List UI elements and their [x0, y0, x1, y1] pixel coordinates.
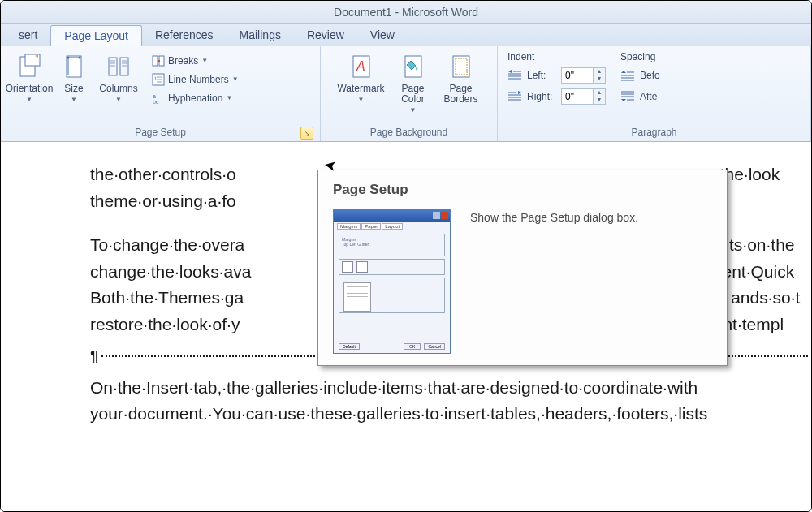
svg-text:A: A: [356, 59, 365, 73]
hyphenation-button[interactable]: a-bc Hyphenation ▼: [149, 88, 242, 107]
breaks-icon: [152, 54, 165, 67]
svg-rect-5: [109, 58, 117, 75]
svg-text:a-: a-: [153, 93, 158, 99]
svg-text:bc: bc: [153, 99, 159, 105]
page-color-button[interactable]: Page Color ▼: [391, 51, 435, 117]
spacing-before-icon: [620, 70, 635, 81]
group-paragraph: Indent Left: ▲▼ Right: ▲▼: [498, 46, 811, 141]
tab-mailings[interactable]: Mailings: [227, 25, 294, 48]
svg-point-4: [79, 57, 81, 59]
title-bar: Document1 - Microsoft Word: [1, 1, 811, 24]
spin-down[interactable]: ▼: [594, 75, 605, 83]
indent-right-icon: [508, 91, 522, 102]
ribbon: Orientation▼ Size▼ Columns▼ Breaks ▼ 1 L…: [1, 46, 811, 142]
group-label-paragraph: Paragraph: [503, 125, 806, 141]
svg-rect-13: [153, 56, 158, 66]
group-page-background: A Watermark▼ Page Color ▼ Page Borders P…: [321, 46, 498, 141]
spacing-label: Spacing: [620, 51, 660, 62]
tab-insert[interactable]: sert: [6, 25, 50, 48]
watermark-icon: A: [348, 53, 375, 80]
indent-left-spinner[interactable]: ▲▼: [561, 67, 606, 84]
orientation-button[interactable]: Orientation▼: [6, 51, 53, 106]
breaks-button[interactable]: Breaks ▼: [149, 51, 242, 70]
watermark-button[interactable]: A Watermark▼: [335, 51, 388, 106]
page-color-icon: [400, 53, 427, 80]
columns-button[interactable]: Columns▼: [95, 51, 142, 106]
page-borders-button[interactable]: Page Borders: [438, 51, 484, 106]
indent-left-icon: [508, 70, 522, 81]
size-button[interactable]: Size▼: [56, 51, 92, 106]
spacing-after-icon: [620, 91, 635, 102]
indent-left-label: Left:: [527, 70, 556, 81]
columns-icon: [105, 53, 132, 80]
page-setup-launcher[interactable]: ↘: [300, 127, 313, 140]
orientation-icon: [15, 53, 43, 80]
indent-right-input[interactable]: [562, 91, 593, 102]
tab-view[interactable]: View: [357, 25, 408, 48]
spin-up[interactable]: ▲: [594, 68, 605, 75]
indent-right-label: Right:: [527, 91, 556, 102]
spacing-before-label: Befo: [640, 70, 660, 81]
group-label-page-background: Page Background: [326, 125, 492, 141]
ribbon-tabs: sert Page Layout References Mailings Rev…: [1, 24, 811, 46]
group-page-setup: Orientation▼ Size▼ Columns▼ Breaks ▼ 1 L…: [1, 46, 321, 141]
spin-up[interactable]: ▲: [594, 89, 605, 97]
svg-point-3: [67, 57, 70, 59]
spin-down[interactable]: ▼: [594, 97, 605, 104]
tab-references[interactable]: References: [142, 25, 227, 48]
indent-label: Indent: [508, 51, 606, 62]
tooltip-description: Show the Page Setup dialog box.: [470, 209, 638, 224]
tab-page-layout[interactable]: Page Layout: [50, 25, 142, 48]
page-setup-tooltip: Page Setup MarginsPaperLayout MarginsTop…: [317, 170, 728, 366]
page-borders-icon: [447, 53, 475, 80]
svg-rect-2: [67, 56, 81, 77]
indent-right-spinner[interactable]: ▲▼: [561, 88, 606, 105]
tooltip-preview-image: MarginsPaperLayout MarginsTop Left Gutte…: [333, 209, 451, 354]
hyphenation-icon: a-bc: [152, 92, 165, 105]
tooltip-title: Page Setup: [333, 182, 712, 198]
line-numbers-icon: 1: [152, 73, 165, 86]
size-icon: [60, 53, 88, 80]
pilcrow-icon: ¶: [90, 344, 98, 368]
tab-review[interactable]: Review: [294, 25, 357, 48]
group-label-page-setup: Page Setup ↘: [6, 125, 315, 141]
spacing-after-label: Afte: [640, 91, 657, 102]
indent-left-input[interactable]: [562, 70, 593, 81]
line-numbers-button[interactable]: 1 Line Numbers ▼: [149, 70, 242, 88]
svg-rect-6: [120, 58, 128, 75]
